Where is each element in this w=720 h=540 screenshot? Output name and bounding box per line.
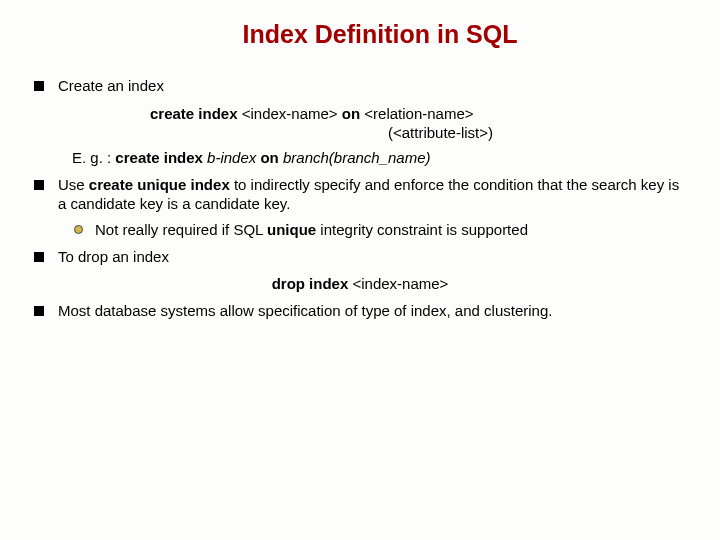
- bullet-create-index: Create an index: [34, 77, 690, 96]
- kw-unique-index: create unique index: [89, 176, 230, 193]
- bullet-drop-index: To drop an index: [34, 248, 690, 267]
- eg-label: E. g. :: [72, 149, 115, 166]
- example-line: E. g. : create index b-index on branch(b…: [72, 149, 690, 166]
- eg-on: on: [256, 149, 283, 166]
- bullet-db-systems: Most database systems allow specificatio…: [34, 302, 690, 321]
- bullet-text: Use create unique index to indirectly sp…: [58, 176, 690, 214]
- square-bullet-icon: [34, 252, 44, 262]
- square-bullet-icon: [34, 180, 44, 190]
- eg-index-name: b-index: [207, 149, 256, 166]
- text-frag: Use: [58, 176, 89, 193]
- square-bullet-icon: [34, 306, 44, 316]
- circle-bullet-icon: [74, 225, 83, 234]
- arg-index-name: <index-name>: [242, 105, 338, 122]
- bullet-text: To drop an index: [58, 248, 690, 267]
- kw-unique: unique: [267, 221, 316, 238]
- bullet-unique-index: Use create unique index to indirectly sp…: [34, 176, 690, 214]
- bullet-text: Not really required if SQL unique integr…: [95, 221, 690, 240]
- syntax-line-2: (<attribute-list>): [388, 123, 690, 143]
- slide-title: Index Definition in SQL: [70, 20, 690, 49]
- drop-syntax: drop index <index-name>: [30, 275, 690, 292]
- bullet-text: Create an index: [58, 77, 690, 96]
- text-frag: integrity constraint is supported: [316, 221, 528, 238]
- eg-tail: branch(branch_name): [283, 149, 431, 166]
- bullet-text: Most database systems allow specificatio…: [58, 302, 690, 321]
- arg-index-name: <index-name>: [352, 275, 448, 292]
- arg-relation-name: <relation-name>: [364, 105, 473, 122]
- square-bullet-icon: [34, 81, 44, 91]
- syntax-block: create index <index-name> on <relation-n…: [150, 104, 690, 143]
- kw-on: on: [338, 105, 365, 122]
- eg-kw: create index: [115, 149, 207, 166]
- kw-create-index: create index: [150, 105, 242, 122]
- sub-bullet-unique: Not really required if SQL unique integr…: [74, 221, 690, 240]
- kw-drop-index: drop index: [272, 275, 353, 292]
- text-frag: Not really required if SQL: [95, 221, 267, 238]
- syntax-line-1: create index <index-name> on <relation-n…: [150, 104, 690, 124]
